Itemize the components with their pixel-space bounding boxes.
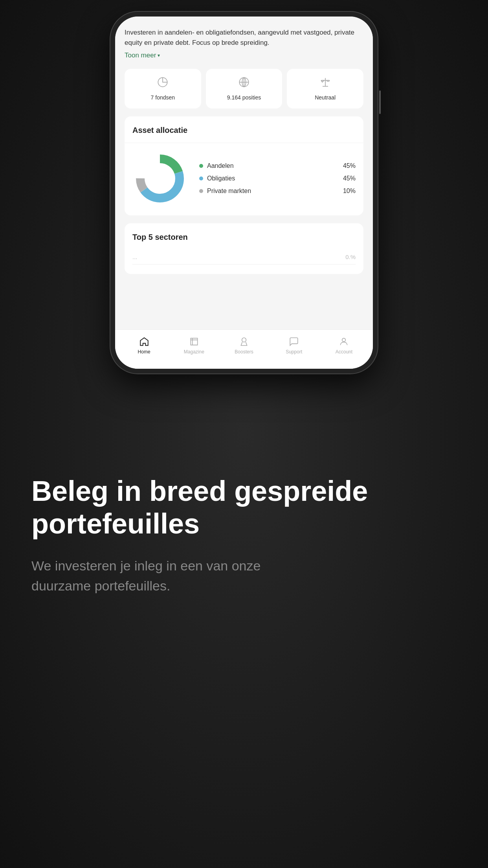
- description-text: Investeren in aandelen- en obligatiefond…: [125, 28, 363, 48]
- sectoren-title: Top 5 sectoren: [132, 233, 356, 242]
- bottom-nav: Home Magazine Boosters: [115, 329, 373, 369]
- legend-label-private: Private markten: [207, 188, 339, 195]
- nav-label-account: Account: [336, 349, 352, 355]
- nav-item-boosters[interactable]: Boosters: [219, 337, 269, 355]
- legend-pct-private: 10%: [343, 188, 356, 195]
- sectoren-pct-1: 0.%: [345, 254, 356, 260]
- donut-chart: [132, 151, 187, 206]
- toon-meer-label: Toon meer: [125, 51, 156, 59]
- phone-frame: Investeren in aandelen- en obligatiefond…: [110, 12, 378, 373]
- sectoren-row-1: ... 0.%: [132, 250, 356, 265]
- nav-label-home: Home: [138, 349, 150, 355]
- scale-icon: [320, 77, 331, 90]
- svg-point-10: [145, 164, 175, 193]
- globe-icon: [238, 77, 250, 90]
- chevron-down-icon: ▾: [158, 53, 160, 58]
- nav-item-home[interactable]: Home: [119, 337, 169, 355]
- legend-label-aandelen: Aandelen: [207, 162, 339, 169]
- svg-point-12: [342, 338, 346, 342]
- subtext: We investeren je inleg in een van onze d…: [31, 556, 267, 596]
- toon-meer-button[interactable]: Toon meer ▾: [125, 51, 363, 59]
- nav-label-support: Support: [286, 349, 302, 355]
- legend: Aandelen 45% Obligaties 45% Private mark…: [199, 162, 356, 195]
- stat-card-fondsen[interactable]: 7 fondsen: [125, 69, 201, 108]
- svg-point-11: [242, 338, 246, 342]
- sectoren-label-1: ...: [132, 254, 138, 260]
- nav-item-account[interactable]: Account: [319, 337, 369, 355]
- stat-card-posities[interactable]: 9.164 posities: [206, 69, 283, 108]
- legend-dot-aandelen: [199, 164, 203, 168]
- pie-chart-icon: [157, 77, 168, 90]
- stat-card-neutraal[interactable]: Neutraal: [287, 69, 363, 108]
- legend-label-obligaties: Obligaties: [207, 175, 339, 182]
- legend-dot-private: [199, 189, 203, 193]
- phone-screen: Investeren in aandelen- en obligatiefond…: [115, 17, 373, 369]
- nav-item-support[interactable]: Support: [269, 337, 319, 355]
- stat-label-posities: 9.164 posities: [227, 94, 261, 101]
- asset-card: Asset allocatie: [125, 116, 363, 215]
- stat-label-fondsen: 7 fondsen: [151, 94, 175, 101]
- bottom-text-section: Beleg in breed gespreide portefeuilles W…: [0, 443, 488, 868]
- nav-item-magazine[interactable]: Magazine: [169, 337, 219, 355]
- asset-title: Asset allocatie: [132, 126, 356, 135]
- sectoren-card: Top 5 sectoren ... 0.%: [125, 223, 363, 274]
- legend-pct-obligaties: 45%: [343, 175, 356, 182]
- headline: Beleg in breed gespreide portefeuilles: [31, 475, 457, 540]
- stat-label-neutraal: Neutraal: [315, 94, 336, 101]
- asset-content: Aandelen 45% Obligaties 45% Private mark…: [132, 151, 356, 206]
- legend-item-aandelen: Aandelen 45%: [199, 162, 356, 169]
- scroll-area: Investeren in aandelen- en obligatiefond…: [115, 17, 373, 274]
- asset-divider: [125, 143, 363, 143]
- stats-row: 7 fondsen 9.164 posities: [125, 69, 363, 108]
- legend-dot-obligaties: [199, 177, 203, 180]
- nav-label-boosters: Boosters: [235, 349, 253, 355]
- legend-pct-aandelen: 45%: [343, 162, 356, 169]
- legend-item-private: Private markten 10%: [199, 188, 356, 195]
- legend-item-obligaties: Obligaties 45%: [199, 175, 356, 182]
- screen-content: Investeren in aandelen- en obligatiefond…: [115, 17, 373, 329]
- nav-label-magazine: Magazine: [184, 349, 204, 355]
